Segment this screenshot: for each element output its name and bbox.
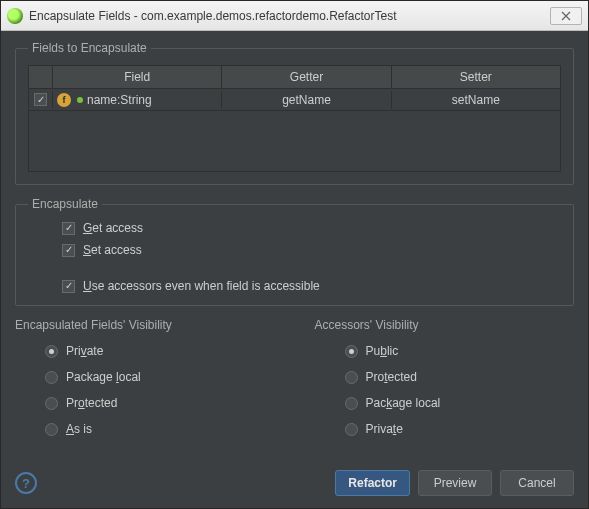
row-field-cell: f name:String — [53, 91, 222, 109]
fv-package-label: Package local — [66, 370, 141, 384]
use-accessors-label: Use accessors even when field is accessi… — [83, 279, 320, 293]
av-private-option[interactable]: Private — [345, 422, 575, 436]
col-field[interactable]: Field — [53, 66, 222, 88]
av-private-label: Private — [366, 422, 403, 436]
fv-package-radio[interactable] — [45, 371, 58, 384]
visibility-row: Encapsulated Fields' Visibility Private … — [15, 318, 574, 436]
av-private-radio[interactable] — [345, 423, 358, 436]
cancel-button[interactable]: Cancel — [500, 470, 574, 496]
dialog-footer: ? Refactor Preview Cancel — [15, 464, 574, 496]
fv-asis-option[interactable]: As is — [45, 422, 275, 436]
set-access-checkbox[interactable] — [62, 244, 75, 257]
get-access-option[interactable]: Get access — [62, 221, 561, 235]
table-empty-space — [29, 111, 560, 171]
fv-asis-label: As is — [66, 422, 92, 436]
fv-private-label: Private — [66, 344, 103, 358]
av-public-label: Public — [366, 344, 399, 358]
av-protected-label: Protected — [366, 370, 417, 384]
col-check — [29, 66, 53, 88]
col-getter[interactable]: Getter — [222, 66, 391, 88]
accessor-visibility-group: Accessors' Visibility Public Protected P… — [315, 318, 575, 436]
encapsulate-legend: Encapsulate — [28, 197, 102, 211]
accessor-visibility-header: Accessors' Visibility — [315, 318, 575, 332]
get-access-checkbox[interactable] — [62, 222, 75, 235]
set-access-option[interactable]: Set access — [62, 243, 561, 257]
field-name: name:String — [87, 93, 152, 107]
row-check-cell — [29, 91, 53, 108]
close-button[interactable] — [550, 7, 582, 25]
use-accessors-checkbox[interactable] — [62, 280, 75, 293]
av-package-radio[interactable] — [345, 397, 358, 410]
fv-protected-radio[interactable] — [45, 397, 58, 410]
get-access-label: Get access — [83, 221, 143, 235]
row-getter-cell[interactable]: getName — [222, 91, 391, 109]
use-accessors-option[interactable]: Use accessors even when field is accessi… — [62, 279, 561, 293]
fv-package-option[interactable]: Package local — [45, 370, 275, 384]
av-protected-option[interactable]: Protected — [345, 370, 575, 384]
av-package-label: Package local — [366, 396, 441, 410]
fv-protected-option[interactable]: Protected — [45, 396, 275, 410]
set-access-label: Set access — [83, 243, 142, 257]
visibility-dot-icon — [77, 97, 83, 103]
row-checkbox[interactable] — [34, 93, 47, 106]
window-title: Encapsulate Fields - com.example.demos.r… — [29, 9, 550, 23]
fv-private-option[interactable]: Private — [45, 344, 275, 358]
fields-legend: Fields to Encapsulate — [28, 41, 151, 55]
titlebar: Encapsulate Fields - com.example.demos.r… — [1, 1, 588, 31]
field-icon: f — [57, 93, 71, 107]
preview-button[interactable]: Preview — [418, 470, 492, 496]
table-row[interactable]: f name:String getName setName — [29, 89, 560, 111]
row-setter-cell[interactable]: setName — [392, 91, 560, 109]
av-protected-radio[interactable] — [345, 371, 358, 384]
refactor-button[interactable]: Refactor — [335, 470, 410, 496]
close-icon — [561, 11, 571, 21]
encapsulate-group: Encapsulate Get access Set access Use ac… — [15, 197, 574, 306]
field-visibility-header: Encapsulated Fields' Visibility — [15, 318, 275, 332]
field-visibility-group: Encapsulated Fields' Visibility Private … — [15, 318, 275, 436]
help-button[interactable]: ? — [15, 472, 37, 494]
fields-to-encapsulate-group: Fields to Encapsulate Field Getter Sette… — [15, 41, 574, 185]
app-logo-icon — [7, 8, 23, 24]
fields-table: Field Getter Setter f name:String getNam… — [28, 65, 561, 172]
fv-asis-radio[interactable] — [45, 423, 58, 436]
av-public-radio[interactable] — [345, 345, 358, 358]
dialog-content: Fields to Encapsulate Field Getter Sette… — [1, 31, 588, 508]
help-icon: ? — [22, 476, 30, 491]
table-header: Field Getter Setter — [29, 66, 560, 89]
fv-private-radio[interactable] — [45, 345, 58, 358]
av-package-option[interactable]: Package local — [345, 396, 575, 410]
col-setter[interactable]: Setter — [392, 66, 560, 88]
av-public-option[interactable]: Public — [345, 344, 575, 358]
fv-protected-label: Protected — [66, 396, 117, 410]
